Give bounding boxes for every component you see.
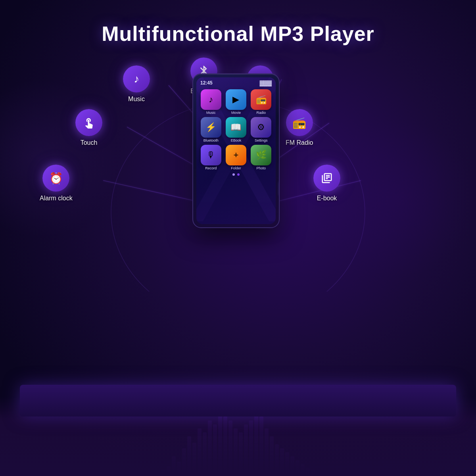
app-label-radio: Radio	[257, 111, 266, 115]
app-label-folder: Folder	[231, 166, 241, 170]
screen-time: 12:45	[200, 80, 213, 86]
app-icon-movie: ▶	[226, 89, 246, 110]
screen-header: 12:45 ▓▓▓	[196, 77, 276, 88]
app-label-settings: Settings	[255, 138, 268, 142]
platform-surface	[20, 385, 456, 416]
page-title: Multifunctional MP3 Player	[0, 0, 476, 46]
app-label-ebook: EBook	[231, 138, 242, 142]
app-icon-bluetooth: ⚡	[201, 117, 221, 138]
app-icon-radio: 📻	[251, 89, 271, 110]
features-area: ♪ Music Bluetooth Recording 📻 FM Ra	[0, 54, 476, 292]
app-item-radio: 📻 Radio	[250, 89, 273, 115]
app-label-photo: Photo	[257, 166, 266, 170]
app-item-record: 🎙 Record	[200, 145, 222, 170]
touch-label: Touch	[81, 139, 98, 146]
touch-bubble-icon	[75, 109, 102, 136]
app-item-ebook: 📖 EBook	[225, 117, 247, 142]
app-item-music: ♪ Music	[200, 89, 222, 115]
main-container: Multifunctional MP3 Player	[0, 0, 476, 476]
side-button-2	[279, 128, 280, 148]
app-grid: ♪ Music ▶ Movie 📻 Radio ⚡ Bluetooth 📖 EB…	[196, 88, 276, 172]
app-label-record: Record	[205, 166, 217, 170]
dot-2	[237, 173, 240, 176]
fmradio-label: FM Radio	[286, 139, 313, 146]
app-item-photo: 🌿 Photo	[250, 145, 273, 170]
feature-music: ♪ Music	[123, 65, 150, 103]
app-icon-folder: +	[226, 145, 246, 165]
app-icon-music: ♪	[201, 89, 221, 110]
alarm-bubble-icon: ⏰	[42, 165, 69, 192]
music-label: Music	[128, 96, 145, 103]
side-port	[279, 182, 280, 196]
app-icon-settings: ⚙	[251, 117, 271, 138]
app-icon-ebook: 📖	[226, 117, 246, 138]
side-button-3	[279, 151, 280, 162]
music-bubble-icon: ♪	[123, 65, 150, 92]
app-icon-record: 🎙	[201, 145, 221, 165]
app-item-movie: ▶ Movie	[225, 89, 247, 115]
device-screen: 12:45 ▓▓▓ ♪ Music ▶ Movie 📻 Radio ⚡ Blue…	[196, 77, 276, 224]
app-label-bluetooth: Bluetooth	[203, 138, 219, 142]
platform	[0, 397, 476, 476]
app-item-folder: + Folder	[225, 145, 247, 170]
feature-fmradio: 📻 FM Radio	[286, 109, 313, 146]
app-label-music: Music	[206, 111, 216, 115]
side-button-1	[279, 114, 280, 125]
feature-ebook: E-book	[313, 165, 340, 202]
app-item-bluetooth: ⚡ Bluetooth	[200, 117, 222, 142]
ebook-bubble-icon	[313, 165, 340, 192]
dot-1	[232, 173, 235, 176]
ebook-label: E-book	[317, 195, 337, 202]
device-body: 12:45 ▓▓▓ ♪ Music ▶ Movie 📻 Radio ⚡ Blue…	[192, 73, 280, 228]
fmradio-bubble-icon: 📻	[286, 109, 313, 136]
alarm-label: Alarm clock	[40, 195, 73, 202]
app-icon-photo: 🌿	[251, 145, 271, 165]
screen-pagination-dots	[196, 173, 276, 176]
side-buttons	[279, 114, 280, 162]
battery-icon: ▓▓▓	[259, 80, 272, 86]
app-label-movie: Movie	[231, 111, 241, 115]
mp3-player-device: 12:45 ▓▓▓ ♪ Music ▶ Movie 📻 Radio ⚡ Blue…	[192, 73, 284, 244]
feature-alarm: ⏰ Alarm clock	[40, 165, 73, 202]
feature-touch: Touch	[75, 109, 102, 146]
app-item-settings: ⚙ Settings	[250, 117, 273, 142]
